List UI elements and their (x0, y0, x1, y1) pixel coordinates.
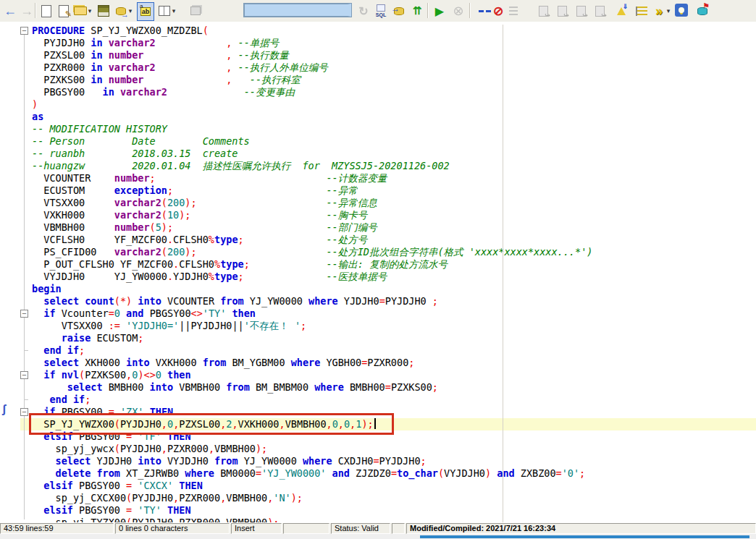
code-line-13[interactable]: VCOUNTER number; --计数器变量 (20, 172, 756, 184)
code-segment: 'TY' (138, 504, 161, 516)
save-icon[interactable] (96, 2, 112, 20)
code-segment: ) (485, 467, 491, 479)
compile-icon[interactable]: ⇈ (409, 2, 425, 20)
stop-icon: ⊗ (450, 2, 466, 20)
code-segment: PBGSY00 (73, 480, 126, 491)
code-line-39[interactable]: sp_yj_CXCX00(PYJDJH0,PZXR000,VBMBH00,'N'… (20, 492, 756, 504)
code-line-1[interactable]: PROCEDURE SP_YJ_YWZX00_MZDZBL( (20, 25, 756, 37)
code-segment (32, 344, 43, 356)
breakpoint-list-icon[interactable] (634, 2, 650, 20)
code-line-37[interactable]: delete from XT_ZJRWB0 where BM0000='YJ_Y… (20, 467, 756, 480)
code-line-29[interactable]: if nvl(PZXKS00,0)<>0 then (20, 369, 756, 381)
code-segment: ||PYJDJH0|| (179, 320, 243, 331)
code-line-21[interactable]: VYJDJH0 YJ_YW0000.YJDJH0%type; --医技单据号 (20, 271, 756, 283)
fold-collapse-icon[interactable]: – (20, 408, 28, 416)
back-icon[interactable]: ← (2, 2, 18, 20)
sql-window-icon[interactable]: SQL (373, 2, 389, 20)
code-line-35[interactable]: sp_yj_ywcx(PYJDJH0,PZXR000,VBMBH00); (20, 443, 756, 455)
code-segment: from (226, 381, 250, 393)
code-segment: 0 (114, 307, 120, 319)
code-line-5[interactable]: PZXKS00 in number , --执行科室 (20, 74, 756, 86)
new-program-icon[interactable] (56, 2, 72, 20)
code-line-9[interactable]: -- MODIFICATION HISTORY (20, 123, 756, 135)
code-segment: in (103, 86, 114, 98)
code-segment: and (332, 467, 350, 479)
code-segment: P_OUT_CFLSH0 YF_MZCF00 (32, 258, 173, 270)
bottom-accent-bar (420, 535, 749, 538)
code-line-41[interactable]: sp_yj_TYZX00(PYJDJH0,PZXR000,VBMBH00); (20, 517, 756, 522)
execute-icon[interactable]: ▶ (432, 2, 448, 20)
code-segment: . (173, 258, 179, 270)
code-segment (326, 467, 332, 479)
code-line-38[interactable]: elsif PBGSY00 = 'CXCX' THEN (20, 480, 756, 492)
code-segment: elsif (43, 480, 73, 491)
hint-icon[interactable] (675, 4, 688, 17)
code-line-4[interactable]: PZXR000 in varchar2 , --执行人外单位编号 (20, 61, 756, 74)
chevrons-dropdown-icon[interactable]: ▾ (664, 2, 673, 20)
code-line-10[interactable]: -- Person Date Comments (20, 135, 756, 148)
step-list-icon (505, 2, 521, 20)
db-flag-icon[interactable] (694, 2, 710, 20)
code-line-23[interactable]: select count(*) into VCOUNTER from YJ_YW… (20, 295, 756, 307)
code-line-11[interactable]: -- ruanbh 2018.03.15 create (20, 148, 756, 160)
fold-structure-line (24, 35, 25, 519)
open-dropdown-icon[interactable]: ▾ (85, 2, 94, 20)
code-line-30[interactable]: select BMBH00 into VBMBH00 from BM_BMBM0… (20, 381, 756, 394)
code-segment: VYJDJH0 YJ_YW0000 (32, 271, 167, 282)
add-db-icon[interactable] (391, 2, 407, 20)
code-segment: % (209, 234, 214, 245)
split-dropdown-icon[interactable]: ▾ (169, 2, 178, 20)
test-flask-icon[interactable] (613, 2, 629, 20)
code-line-17[interactable]: VBMBH00 number(5); --部门编号 (20, 221, 756, 234)
code-segment: PYJDJH0 (132, 492, 173, 504)
code-line-31[interactable]: end if; (20, 394, 756, 406)
code-line-14[interactable]: ECUSTOM exception; --异常 (20, 184, 756, 197)
code-segment (32, 369, 43, 381)
code-line-26[interactable]: raise ECUSTOM; (20, 332, 756, 344)
status-bar: 43:59 lines:590 lines 0 charactersInsert… (0, 522, 756, 534)
fold-collapse-icon[interactable]: – (20, 371, 28, 379)
code-segment: and (126, 307, 143, 319)
code-editor[interactable]: PROCEDURE SP_YJ_YWZX00_MZDZBL( PYJDJH0 i… (0, 22, 756, 522)
code-line-6[interactable]: PBGSY00 in varchar2 --变更事由 (20, 86, 756, 98)
code-segment: ; (238, 234, 244, 245)
code-line-15[interactable]: VTSXX00 varchar2(200); --异常信息 (20, 197, 756, 209)
code-segment: PZXR000 (32, 61, 91, 73)
status-panel-5: Status: Valid (331, 523, 390, 534)
status-panel-6 (392, 523, 405, 534)
no-debug-icon[interactable]: ⊘ (490, 2, 506, 20)
code-line-18[interactable]: VCFLSH0 YF_MZCF00.CFLSH0%type; --处方号 (20, 234, 756, 246)
code-line-12[interactable]: --huangzw 2020.01.04 描述性医嘱允许执行 for MZYSS… (20, 160, 756, 172)
code-line-22[interactable]: begin (20, 283, 756, 295)
code-segment (167, 86, 244, 98)
code-line-19[interactable]: PS_CFID00 varchar2(200); --处方ID批次组合字符串(格… (20, 246, 756, 258)
code-line-3[interactable]: PZXSL00 in number , --执行数量 (20, 49, 756, 61)
code-segment: ; (408, 357, 414, 368)
export-dropdown-icon[interactable]: ▾ (126, 2, 135, 20)
toolbar-combobox[interactable] (244, 4, 351, 17)
code-line-20[interactable]: P_OUT_CFLSH0 YF_MZCF00.CFLSH0%type; --输出… (20, 258, 756, 271)
code-segment: where (291, 357, 321, 368)
code-line-28[interactable]: select XKH000 into VXKH000 from BM_YGBM0… (20, 357, 756, 369)
breakpoint-dashes-icon[interactable] (473, 2, 489, 20)
code-line-40[interactable]: elsif PBGSY00 = 'TY' THEN (20, 504, 756, 517)
code-line-36[interactable]: select YJDJH0 into VYJDJH0 from YJ_YW000… (20, 455, 756, 467)
new-file-icon[interactable] (38, 2, 54, 20)
fold-collapse-icon[interactable]: – (20, 310, 28, 318)
code-segment (32, 504, 43, 516)
code-line-16[interactable]: VXKH000 varchar2(10); --胸卡号 (20, 209, 756, 221)
fold-collapse-icon[interactable]: – (20, 27, 28, 35)
code-segment: elsif (43, 504, 73, 516)
step-out-icon (573, 2, 589, 20)
code-segment: VBMBH00 (226, 492, 267, 504)
code-line-27[interactable]: end if; (20, 344, 756, 357)
code-line-8[interactable]: as (20, 111, 756, 123)
code-segment (191, 209, 327, 221)
code-line-24[interactable]: if Vcounter=0 and PBGSY00<>'TY' then (20, 307, 756, 320)
code-line-25[interactable]: VTSXX00 := 'YJDJH0='||PYJDJH0||'不存在！ '; (20, 320, 756, 332)
fold-end-tick (24, 399, 28, 400)
code-segment: ; (432, 295, 438, 307)
code-line-2[interactable]: PYJDJH0 in varchar2 , --单据号 (20, 37, 756, 49)
replace-ab-icon[interactable] (137, 2, 154, 21)
code-line-7[interactable]: ) (20, 98, 756, 111)
